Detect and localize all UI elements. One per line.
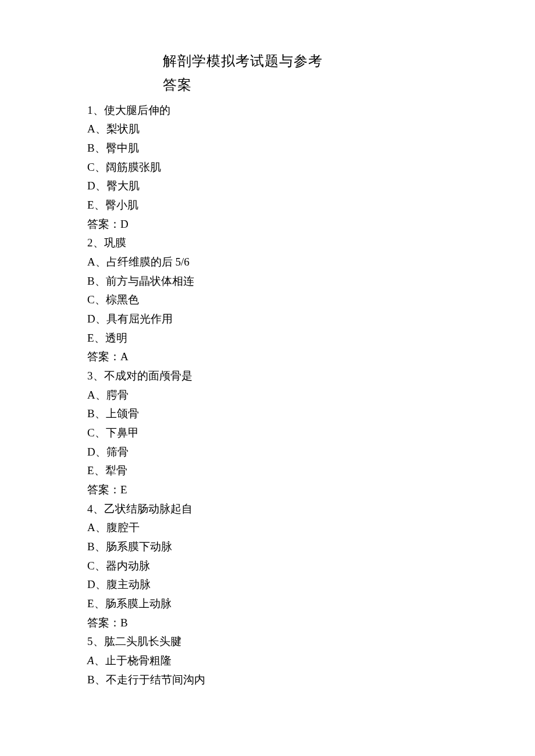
question-option: C、下鼻甲 bbox=[87, 424, 448, 443]
title-line-1: 解剖学模拟考试题与参考 bbox=[163, 49, 448, 73]
question-stem: 1、使大腿后伸的 bbox=[87, 101, 448, 120]
question-answer: 答案：A bbox=[87, 347, 448, 367]
question-stem: 3、不成对的面颅骨是 bbox=[87, 367, 448, 386]
option-label: A bbox=[87, 654, 94, 667]
option-text: 、止于桡骨粗隆 bbox=[94, 654, 172, 667]
question-option: D、具有屈光作用 bbox=[87, 310, 448, 329]
question-stem: 5、肱二头肌长头腱 bbox=[87, 632, 448, 651]
question-option: D、腹主动脉 bbox=[87, 575, 448, 594]
question-option: C、器内动脉 bbox=[87, 557, 448, 576]
document-title: 解剖学模拟考试题与参考 答案 bbox=[163, 49, 448, 98]
question-option: C、棕黑色 bbox=[87, 291, 448, 310]
question-stem: 4、乙状结肠动脉起自 bbox=[87, 500, 448, 519]
question-option: E、犁骨 bbox=[87, 461, 448, 481]
question-option: E、臀小肌 bbox=[87, 196, 448, 215]
question-option: B、不走行于结节间沟内 bbox=[87, 671, 448, 690]
question-answer: 答案：B bbox=[87, 614, 448, 633]
question-option: B、上颌骨 bbox=[87, 404, 448, 424]
question-option: E、肠系膜上动脉 bbox=[87, 594, 448, 614]
document-content: 1、使大腿后伸的A、梨状肌B、臀中肌C、阔筋膜张肌D、臀大肌E、臀小肌答案：D2… bbox=[87, 101, 448, 690]
question-option: B、肠系膜下动脉 bbox=[87, 538, 448, 557]
question-option: B、臀中肌 bbox=[87, 139, 448, 158]
question-option: A、止于桡骨粗隆 bbox=[87, 651, 448, 671]
question-option: E、透明 bbox=[87, 329, 448, 348]
question-option: A、梨状肌 bbox=[87, 120, 448, 139]
question-option: C、阔筋膜张肌 bbox=[87, 158, 448, 177]
question-option: A、腹腔干 bbox=[87, 518, 448, 538]
question-answer: 答案：E bbox=[87, 481, 448, 500]
question-option: B、前方与晶状体相连 bbox=[87, 272, 448, 291]
question-option: A、占纤维膜的后 5/6 bbox=[87, 253, 448, 272]
question-option: D、筛骨 bbox=[87, 443, 448, 462]
question-answer: 答案：D bbox=[87, 215, 448, 234]
question-option: D、臀大肌 bbox=[87, 177, 448, 196]
question-option: A、腭骨 bbox=[87, 386, 448, 405]
question-stem: 2、巩膜 bbox=[87, 234, 448, 253]
title-line-2: 答案 bbox=[163, 73, 448, 97]
